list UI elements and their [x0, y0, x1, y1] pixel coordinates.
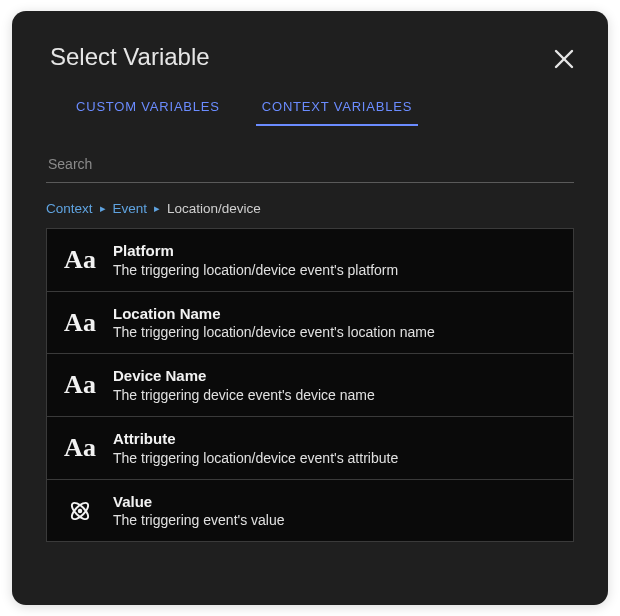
variable-name: Value	[113, 492, 285, 512]
dialog-title: Select Variable	[50, 43, 582, 71]
text-type-icon: Aa	[61, 369, 99, 401]
variable-item-attribute[interactable]: Aa Attribute The triggering location/dev…	[47, 417, 573, 480]
svg-point-2	[78, 508, 83, 513]
breadcrumb-event[interactable]: Event	[113, 201, 148, 216]
text-type-icon: Aa	[61, 432, 99, 464]
close-icon	[552, 57, 576, 74]
breadcrumb-context[interactable]: Context	[46, 201, 93, 216]
tab-context-variables[interactable]: CONTEXT VARIABLES	[256, 89, 418, 126]
breadcrumb-current: Location/device	[167, 201, 261, 216]
variable-desc: The triggering location/device event's a…	[113, 449, 398, 467]
variable-item-value[interactable]: Value The triggering event's value	[47, 480, 573, 542]
tabs: CUSTOM VARIABLES CONTEXT VARIABLES	[38, 89, 582, 126]
variable-list: Aa Platform The triggering location/devi…	[46, 228, 574, 542]
search-input[interactable]	[46, 150, 574, 183]
variable-name: Device Name	[113, 366, 375, 386]
atom-icon	[61, 495, 99, 527]
text-type-icon: Aa	[61, 244, 99, 276]
text-type-icon: Aa	[61, 307, 99, 339]
variable-item-platform[interactable]: Aa Platform The triggering location/devi…	[47, 229, 573, 292]
chevron-right-icon: ▸	[154, 202, 160, 215]
search-field	[46, 150, 574, 183]
variable-item-device-name[interactable]: Aa Device Name The triggering device eve…	[47, 354, 573, 417]
variable-item-location-name[interactable]: Aa Location Name The triggering location…	[47, 292, 573, 355]
variable-desc: The triggering location/device event's l…	[113, 323, 435, 341]
select-variable-dialog: Select Variable CUSTOM VARIABLES CONTEXT…	[12, 11, 608, 605]
close-button[interactable]	[552, 47, 576, 71]
variable-name: Attribute	[113, 429, 398, 449]
variable-desc: The triggering location/device event's p…	[113, 261, 398, 279]
breadcrumb: Context ▸ Event ▸ Location/device	[46, 201, 574, 216]
variable-desc: The triggering event's value	[113, 511, 285, 529]
variable-name: Platform	[113, 241, 398, 261]
variable-name: Location Name	[113, 304, 435, 324]
variable-desc: The triggering device event's device nam…	[113, 386, 375, 404]
tab-custom-variables[interactable]: CUSTOM VARIABLES	[70, 89, 226, 126]
chevron-right-icon: ▸	[100, 202, 106, 215]
